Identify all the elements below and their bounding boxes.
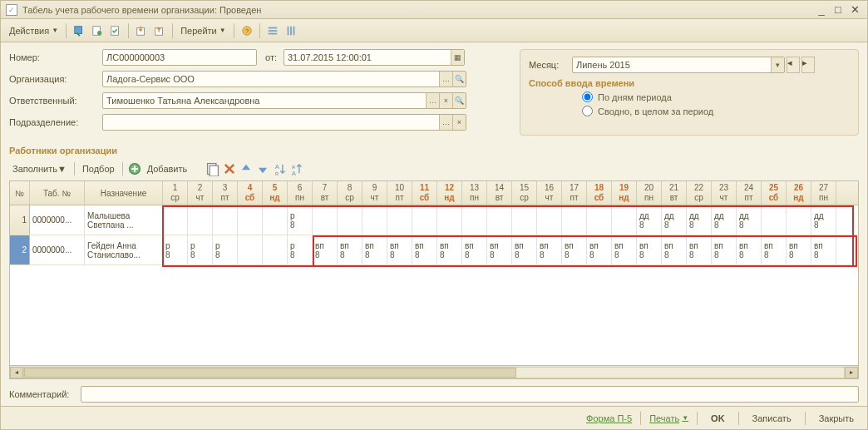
close-footer-button[interactable]: Закрыть bbox=[814, 412, 859, 425]
radio-by-days-input[interactable] bbox=[582, 91, 593, 102]
cell-day[interactable] bbox=[313, 205, 338, 235]
down-icon[interactable] bbox=[255, 161, 270, 176]
clear-icon[interactable]: × bbox=[439, 93, 452, 108]
cell-day[interactable]: р8 bbox=[288, 205, 313, 235]
col-day-23[interactable]: 23чт bbox=[712, 181, 737, 205]
close-button[interactable]: ✕ bbox=[847, 3, 862, 17]
cell-day[interactable]: дд8 bbox=[637, 205, 662, 235]
cell-day[interactable]: вп8 bbox=[487, 235, 512, 264]
row-tab[interactable]: 0000000... bbox=[30, 205, 85, 235]
cell-day[interactable] bbox=[338, 205, 362, 235]
cell-day[interactable] bbox=[238, 205, 263, 235]
col-day-5[interactable]: 5нд bbox=[263, 181, 288, 205]
cell-day[interactable]: р8 bbox=[213, 235, 238, 264]
cell-day[interactable]: вп8 bbox=[437, 235, 462, 264]
cell-day[interactable] bbox=[587, 205, 612, 235]
col-day-20[interactable]: 20пн bbox=[637, 181, 662, 205]
lookup-icon[interactable]: 🔍 bbox=[452, 72, 466, 86]
date-input[interactable]: 31.07.2015 12:00:01▦ bbox=[284, 49, 465, 66]
radio-summary-input[interactable] bbox=[582, 106, 593, 116]
cell-day[interactable]: вп8 bbox=[587, 235, 612, 264]
cell-day[interactable]: вп8 bbox=[787, 235, 811, 264]
col-day-15[interactable]: 15ср bbox=[512, 181, 537, 205]
cell-day[interactable] bbox=[437, 205, 462, 235]
col-day-21[interactable]: 21вт bbox=[662, 181, 687, 205]
cell-day[interactable] bbox=[387, 205, 412, 235]
cell-day[interactable]: вп8 bbox=[412, 235, 437, 264]
cell-day[interactable] bbox=[562, 205, 587, 235]
col-day-10[interactable]: 10пт bbox=[387, 181, 412, 205]
col-day-3[interactable]: 3пт bbox=[213, 181, 238, 205]
col-day-26[interactable]: 26нд bbox=[787, 181, 811, 205]
fill-menu[interactable]: Заполнить▼ bbox=[9, 164, 70, 174]
tb-new-icon[interactable] bbox=[89, 22, 106, 39]
scroll-thumb[interactable] bbox=[24, 368, 516, 378]
cell-day[interactable] bbox=[612, 205, 637, 235]
resp-input[interactable]: Тимошенко Татьяна Александровна…×🔍 bbox=[102, 92, 466, 109]
hscrollbar[interactable]: ◂ ▸ bbox=[10, 365, 858, 378]
dropdown-icon[interactable]: ▾ bbox=[771, 57, 784, 72]
clear-icon[interactable]: × bbox=[452, 115, 466, 130]
tb-list-icon[interactable] bbox=[264, 22, 281, 39]
cell-day[interactable]: вп8 bbox=[387, 235, 412, 264]
print-menu[interactable]: Печать▼ bbox=[649, 413, 688, 423]
month-prev-icon[interactable]: ◂ bbox=[787, 57, 800, 73]
cell-day[interactable]: вп8 bbox=[687, 235, 712, 264]
sort-desc-icon[interactable]: яA bbox=[289, 161, 303, 176]
table-row[interactable]: 10000000...МалышеваСветлана ...р8дд8дд8д… bbox=[10, 205, 858, 235]
org-input[interactable]: Ладога-Сервис ООО…🔍 bbox=[102, 71, 466, 87]
cell-day[interactable]: вп8 bbox=[662, 235, 687, 264]
month-next-icon[interactable]: ▸ bbox=[801, 57, 815, 73]
col-day-24[interactable]: 24пт bbox=[737, 181, 762, 205]
tb-export-icon[interactable] bbox=[133, 22, 150, 39]
copy-icon[interactable] bbox=[205, 161, 220, 176]
col-day-2[interactable]: 2чт bbox=[188, 181, 213, 205]
col-day-22[interactable]: 22ср bbox=[687, 181, 712, 205]
cell-day[interactable] bbox=[213, 205, 238, 235]
scroll-right-icon[interactable]: ▸ bbox=[845, 367, 858, 378]
col-day-6[interactable]: 6пн bbox=[288, 181, 313, 205]
cell-day[interactable] bbox=[362, 205, 387, 235]
cell-day[interactable] bbox=[263, 205, 288, 235]
cell-day[interactable]: р8 bbox=[188, 235, 213, 264]
tb-import-icon[interactable] bbox=[151, 22, 168, 39]
row-name[interactable]: МалышеваСветлана ... bbox=[85, 205, 163, 235]
col-num[interactable]: № bbox=[10, 181, 30, 205]
col-name[interactable]: Назначение bbox=[85, 181, 163, 205]
col-day-4[interactable]: 4сб bbox=[238, 181, 263, 205]
cell-day[interactable]: дд8 bbox=[737, 205, 762, 235]
select-icon[interactable]: … bbox=[439, 115, 452, 130]
cell-day[interactable] bbox=[462, 205, 487, 235]
row-num[interactable]: 1 bbox=[10, 205, 30, 235]
col-day-16[interactable]: 16чт bbox=[537, 181, 562, 205]
up-icon[interactable] bbox=[239, 161, 254, 176]
cell-day[interactable]: вп8 bbox=[737, 235, 762, 264]
table-row[interactable]: 20000000...Гейден АннаСтаниславо...р8р8р… bbox=[10, 235, 858, 265]
row-tab[interactable]: 0000000... bbox=[30, 235, 85, 264]
maximize-button[interactable]: □ bbox=[831, 3, 846, 17]
comment-input[interactable] bbox=[81, 386, 859, 403]
select-icon[interactable]: … bbox=[426, 93, 439, 108]
col-day-9[interactable]: 9чт bbox=[362, 181, 387, 205]
cell-day[interactable]: р8 bbox=[163, 235, 188, 264]
delete-icon[interactable] bbox=[222, 161, 237, 176]
cell-day[interactable]: дд8 bbox=[662, 205, 687, 235]
cell-day[interactable]: дд8 bbox=[712, 205, 737, 235]
form-p5-link[interactable]: Форма П-5 bbox=[586, 413, 632, 423]
cell-day[interactable]: вп8 bbox=[562, 235, 587, 264]
cell-day[interactable] bbox=[512, 205, 537, 235]
col-day-27[interactable]: 27пн bbox=[811, 181, 836, 205]
col-day-7[interactable]: 7вт bbox=[313, 181, 338, 205]
cell-day[interactable]: вп8 bbox=[612, 235, 637, 264]
cell-day[interactable] bbox=[238, 235, 263, 264]
cell-day[interactable]: вп8 bbox=[537, 235, 562, 264]
col-day-11[interactable]: 11сб bbox=[412, 181, 437, 205]
number-input[interactable]: ЛС000000003 bbox=[102, 49, 257, 66]
col-day-8[interactable]: 8ср bbox=[338, 181, 362, 205]
col-day-1[interactable]: 1ср bbox=[163, 181, 188, 205]
radio-by-days[interactable]: По дням периода bbox=[582, 91, 850, 102]
tb-settings-icon[interactable] bbox=[283, 22, 299, 39]
scroll-track[interactable] bbox=[23, 367, 845, 378]
ok-button[interactable]: OK bbox=[706, 412, 730, 425]
col-day-19[interactable]: 19нд bbox=[612, 181, 637, 205]
